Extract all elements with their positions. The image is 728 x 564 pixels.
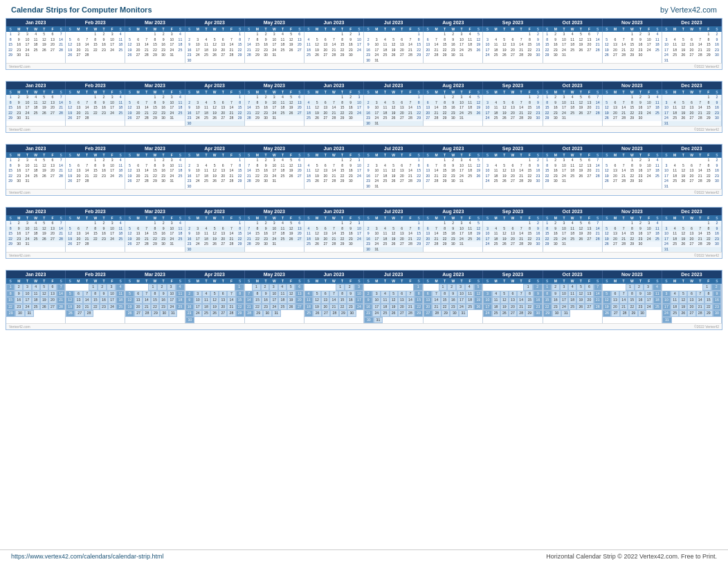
page-header: Calendar Strips for Computer Monitors by… [0,0,728,17]
calendar-strip-5: Jan 2023Feb 2023Mar 2023Apr 2023May 2023… [0,269,728,338]
page-credit: by Vertex42.com [660,6,717,14]
calendar-strip-2: Jan 2023Feb 2023Mar 2023Apr 2023May 2023… [0,80,728,141]
calendar-strip-1: Jan 2023Feb 2023Mar 2023Apr 2023May 2023… [0,17,728,78]
calendar-strip-3: Jan 2023Feb 2023Mar 2023Apr 2023May 2023… [0,143,728,204]
footer-copyright: Horizontal Calendar Strip © 2022 Vertex4… [546,553,717,560]
page-title: Calendar Strips for Computer Monitors [11,6,152,14]
page-footer: https://www.vertex42.com/calendars/calen… [0,549,728,560]
calendar-strip-4: Jan 2023Feb 2023Mar 2023Apr 2023May 2023… [0,206,728,267]
footer-url: https://www.vertex42.com/calendars/calen… [11,553,164,560]
